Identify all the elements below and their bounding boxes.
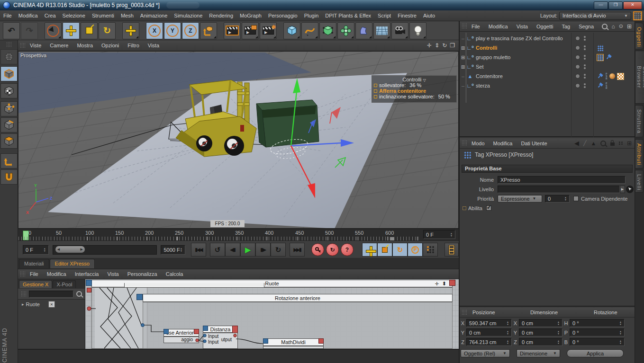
node-input-corner[interactable] [163, 329, 169, 334]
xpresso-search-input[interactable] [29, 291, 73, 298]
node-output-corner[interactable] [449, 280, 455, 286]
search-icon[interactable] [602, 24, 608, 29]
panel-grip[interactable] [21, 291, 26, 297]
om-menu-vista[interactable]: Vista [513, 22, 532, 31]
play-button[interactable]: ▶ [240, 243, 255, 257]
forklift-object[interactable] [176, 80, 256, 157]
rot-h-field[interactable]: 0 °▲▼ [570, 319, 625, 327]
clipped-node[interactable] [124, 283, 264, 288]
spinner-icon[interactable]: ▲▼ [557, 330, 560, 335]
menu-simulazione[interactable]: Simulazione [171, 11, 206, 20]
node-distanza-body[interactable]: Input Input utput [203, 333, 238, 349]
enable-dot[interactable] [575, 64, 580, 69]
priorita-dropdown[interactable]: Espressione▼ [498, 195, 542, 203]
panel-grip[interactable] [462, 310, 467, 316]
menu-selezione[interactable]: Selezione [59, 11, 89, 20]
viewport-menu-opzioni[interactable]: Opzioni [98, 41, 123, 50]
viewport-canvas[interactable]: Y Z X Prospettiva FPS : 200.0 Controlli … [18, 51, 459, 229]
last-tool-button[interactable] [122, 22, 139, 39]
viewport-menu-filtro[interactable]: Filtro [124, 41, 143, 50]
move-tool-button[interactable] [63, 22, 80, 39]
livello-menu-button[interactable]: ▶ [620, 186, 625, 193]
viewport-menu-mostra[interactable]: Mostra [73, 41, 97, 50]
node-output-corner[interactable] [318, 338, 324, 344]
expand-icon[interactable]: ⊞ [460, 64, 466, 70]
constraint-tag-icon[interactable] [597, 73, 603, 80]
menu-modifica[interactable]: Modifica [15, 11, 41, 20]
hud-key-icon[interactable] [374, 89, 377, 93]
redo-button[interactable]: ↷ [21, 22, 38, 39]
panel-grip[interactable] [462, 140, 467, 146]
hud-key-icon[interactable] [374, 95, 377, 98]
side-tab-attributi[interactable]: Attributi [635, 139, 644, 168]
object-row-contenitore[interactable]: – ▲ Contenitore PSR [460, 71, 635, 81]
keyframe-dot[interactable] [463, 206, 466, 210]
maximize-button[interactable]: ❒ [608, 1, 623, 9]
search-icon[interactable] [600, 141, 606, 146]
spinner-icon[interactable]: ▲▼ [557, 340, 560, 345]
xp-menu-calcola[interactable]: Calcola [162, 270, 187, 278]
visibility-dots[interactable] [584, 55, 586, 60]
key-position-toggle[interactable] [362, 243, 377, 257]
add-environment-button[interactable] [373, 22, 390, 39]
om-menu-modifica[interactable]: Modifica [485, 22, 512, 31]
menu-personaggio[interactable]: Personaggio [265, 11, 301, 20]
arrow-up-icon[interactable]: ▲ [591, 140, 597, 147]
visibility-dots[interactable] [584, 45, 586, 50]
menu-strumenti[interactable]: Strumenti [89, 11, 118, 20]
abilita-checkbox[interactable]: ✓ [486, 205, 491, 211]
lock-y-button[interactable]: Y [164, 22, 181, 39]
panel-grip[interactable] [20, 271, 25, 277]
arrow-left-icon[interactable]: ◀ [57, 248, 60, 251]
render-picture-viewer-button[interactable] [242, 22, 259, 39]
object-row-set[interactable]: ⊞ ∟⁰ Set [460, 62, 635, 71]
side-tab-oggetti[interactable]: Oggetti [635, 23, 644, 49]
previous-frame-button[interactable]: ◀▮ [225, 243, 240, 257]
hud-row-afferra[interactable]: Afferra contenitore [374, 88, 454, 94]
scale-tool-button[interactable] [81, 22, 98, 39]
side-tab-struttura[interactable]: Struttura [635, 105, 644, 137]
polygons-mode-button[interactable] [0, 133, 18, 149]
search-icon[interactable] [76, 291, 82, 297]
lock-icon[interactable] [610, 142, 615, 146]
coordinate-system-button[interactable] [200, 22, 217, 39]
menu-dpit[interactable]: DPIT Plants & Effex [322, 11, 374, 20]
picker-icon[interactable] [626, 186, 634, 193]
viewport-menu-viste[interactable]: Viste [26, 41, 45, 50]
enable-dot[interactable] [575, 36, 580, 41]
enable-dot[interactable] [575, 45, 580, 50]
home-icon[interactable]: ⌂ [611, 23, 615, 30]
record-keyframe-button[interactable] [311, 243, 324, 256]
menu-crea[interactable]: Crea [41, 11, 59, 20]
am-menu-dati-utente[interactable]: Dati Utente [517, 139, 551, 148]
xp-menu-personalizza[interactable]: Personalizza [124, 270, 161, 278]
viewport-menu-vista[interactable]: Vista [144, 41, 163, 50]
node-collapse-icon[interactable]: ⬍ [442, 281, 446, 287]
node-input-corner[interactable] [203, 326, 208, 331]
play-backwards-button[interactable]: ↺ [210, 243, 225, 257]
title-bar[interactable]: CINEMA 4D R13.016 Studio - [muletto 5 pr… [0, 0, 644, 10]
rotate-tool-button[interactable]: ↻ [99, 22, 116, 39]
group-port[interactable] [87, 288, 91, 292]
menu-finestre[interactable]: Finestre [394, 11, 420, 20]
add-light-button[interactable] [409, 22, 426, 39]
history-back-icon[interactable]: ◀ [574, 140, 579, 147]
undo-button[interactable]: ↶ [3, 22, 20, 39]
spinner-icon[interactable]: ▲▼ [564, 196, 567, 201]
nome-field[interactable]: XPresso [498, 176, 626, 184]
am-menu-modo[interactable]: Modo [468, 139, 489, 148]
add-array-button[interactable] [337, 22, 354, 39]
visibility-dots[interactable] [584, 64, 586, 69]
om-menu-file[interactable]: File [468, 22, 484, 31]
om-menu-tag[interactable]: Tag [558, 22, 574, 31]
port-output[interactable]: utput [221, 337, 232, 343]
expander-icon[interactable]: ▸ [22, 302, 24, 307]
spinner-icon[interactable]: ▲▼ [507, 330, 509, 335]
menu-mograph[interactable]: MoGraph [236, 11, 265, 20]
expand-icon[interactable]: ⊞ [460, 45, 466, 51]
loop-button[interactable]: ↻ [271, 243, 286, 257]
viewport-menu-camere[interactable]: Camere [46, 41, 72, 50]
object-row-gruppo-muletto[interactable]: ⊞ ∟⁰ gruppo muletto [460, 53, 635, 62]
xp-menu-vista[interactable]: Vista [103, 270, 122, 278]
lock-z-button[interactable]: Z [182, 22, 199, 39]
